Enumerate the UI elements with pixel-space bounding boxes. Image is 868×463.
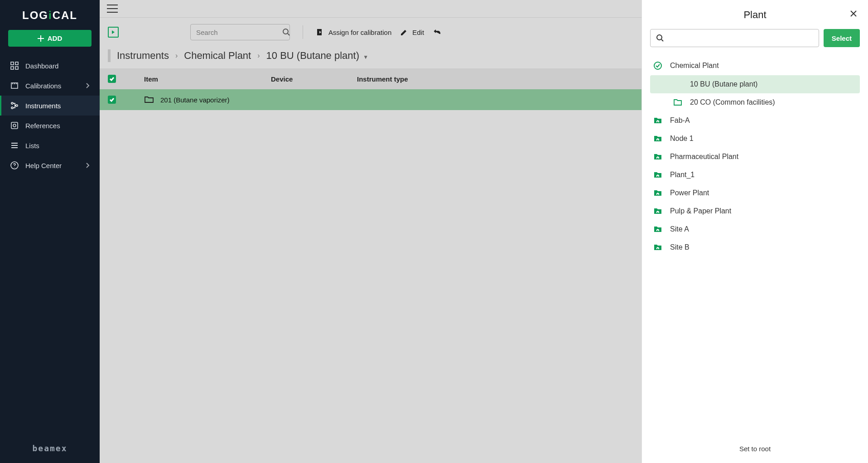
topbar — [100, 0, 641, 18]
tree-item[interactable]: Fab-A — [650, 111, 860, 130]
svg-rect-2 — [11, 67, 14, 69]
folder-icon — [144, 96, 154, 104]
nav-label: Help Center — [25, 162, 62, 169]
home-folder-icon — [653, 117, 663, 124]
svg-point-12 — [657, 35, 662, 40]
row-checkbox[interactable] — [108, 96, 116, 104]
tree-item[interactable]: Plant_1 — [650, 166, 860, 184]
instruments-table: Item Device Instrument type 201 (Butane … — [100, 68, 641, 110]
tree-item-label: Chemical Plant — [670, 62, 719, 70]
tree-item-label: Pulp & Paper Plant — [670, 207, 731, 215]
tree-item-label: Site A — [670, 225, 689, 233]
nav-label: Dashboard — [25, 62, 58, 70]
nav-lists[interactable]: Lists — [0, 135, 100, 155]
tree-item[interactable]: 10 BU (Butane plant) — [650, 75, 860, 93]
plant-panel: Plant Select Chemical Plant10 BU (Butane… — [641, 0, 868, 463]
select-button[interactable]: Select — [824, 29, 860, 47]
home-folder-icon — [653, 244, 663, 251]
breadcrumb-current-label: 10 BU (Butane plant) — [266, 50, 359, 61]
nav-dashboard[interactable]: Dashboard — [0, 56, 100, 76]
tree-item[interactable]: Pulp & Paper Plant — [650, 202, 860, 220]
set-to-root-button[interactable]: Set to root — [739, 445, 771, 453]
toolbar: Assign for calibration Edit — [100, 18, 641, 44]
chevron-right-icon — [86, 163, 90, 168]
nav-references[interactable]: References — [0, 116, 100, 135]
col-type[interactable]: Instrument type — [357, 75, 633, 83]
chevron-right-icon — [86, 83, 90, 88]
tree-item[interactable]: Site A — [650, 220, 860, 238]
caret-down-icon: ▼ — [363, 54, 368, 60]
row-name: 201 (Butane vaporizer) — [160, 96, 230, 104]
close-button[interactable] — [849, 9, 858, 18]
search-input[interactable] — [196, 29, 282, 36]
svg-rect-1 — [15, 62, 18, 65]
svg-point-6 — [11, 107, 13, 109]
search-input-wrapper[interactable] — [190, 24, 290, 40]
nav-calibrations[interactable]: Calibrations — [0, 76, 100, 96]
svg-rect-3 — [15, 67, 18, 69]
home-folder-icon — [653, 171, 663, 178]
tree-item-label: 20 CO (Common facilities) — [690, 98, 775, 106]
table-header: Item Device Instrument type — [100, 68, 641, 89]
nav-help[interactable]: Help Center — [0, 155, 100, 175]
tree-item[interactable]: Node 1 — [650, 130, 860, 148]
search-icon — [282, 28, 290, 36]
breadcrumb-plant[interactable]: Chemical Plant — [184, 50, 251, 62]
col-item[interactable]: Item — [135, 75, 271, 83]
assign-label: Assign for calibration — [328, 29, 391, 36]
references-icon — [10, 121, 19, 130]
add-button-label: ADD — [48, 34, 63, 42]
panel-search-input[interactable] — [664, 34, 813, 42]
svg-rect-8 — [11, 122, 18, 129]
tree-item-label: Fab-A — [670, 116, 690, 125]
main: Assign for calibration Edit Instruments … — [100, 0, 641, 463]
tree-item[interactable]: Site B — [650, 238, 860, 256]
toolbar-separator — [303, 25, 303, 39]
svg-point-9 — [13, 124, 16, 127]
panel-search-wrapper[interactable] — [650, 29, 819, 47]
home-folder-icon — [653, 226, 663, 233]
panel-header: Plant — [642, 0, 868, 26]
panel-footer: Set to root — [642, 437, 868, 463]
help-icon — [10, 161, 19, 169]
svg-point-5 — [11, 102, 13, 104]
select-all-checkbox[interactable] — [108, 75, 116, 83]
check-circle-icon — [653, 61, 663, 70]
tree-item[interactable]: Power Plant — [650, 184, 860, 202]
breadcrumb-sep: › — [257, 52, 260, 60]
logo: LOGiCAL — [0, 0, 100, 30]
nav-label: Calibrations — [25, 82, 61, 90]
assign-calibration-button[interactable]: Assign for calibration — [316, 28, 391, 37]
tree-item[interactable]: 20 CO (Common facilities) — [650, 93, 860, 111]
breadcrumb-bar — [108, 49, 111, 62]
breadcrumb-instruments[interactable]: Instruments — [117, 50, 169, 62]
svg-point-7 — [16, 105, 18, 106]
panel-search-row: Select — [642, 26, 868, 53]
tree-item[interactable]: Pharmaceutical Plant — [650, 148, 860, 166]
breadcrumb-current[interactable]: 10 BU (Butane plant) ▼ — [266, 50, 368, 62]
nav-instruments[interactable]: Instruments — [0, 96, 100, 116]
sidebar: LOGiCAL ADD Dashboard Calibrations Instr… — [0, 0, 100, 463]
folder-outline-icon — [673, 99, 683, 106]
plus-icon — [38, 35, 44, 42]
edit-label: Edit — [412, 29, 424, 36]
nav-label: References — [25, 122, 60, 130]
expand-panel-button[interactable] — [108, 27, 119, 38]
breadcrumb: Instruments › Chemical Plant › 10 BU (Bu… — [100, 44, 641, 68]
hamburger-icon[interactable] — [107, 5, 118, 13]
svg-point-13 — [654, 62, 661, 69]
edit-button[interactable]: Edit — [400, 28, 424, 37]
search-icon — [656, 34, 664, 42]
table-row[interactable]: 201 (Butane vaporizer) — [100, 89, 641, 110]
tree-item-label: Pharmaceutical Plant — [670, 153, 738, 161]
tree-item-label: Node 1 — [670, 135, 694, 143]
calibration-icon — [10, 82, 19, 90]
nav-label: Instruments — [25, 102, 61, 110]
undo-button[interactable] — [432, 28, 441, 37]
tree-item-label: Plant_1 — [670, 171, 694, 179]
add-button[interactable]: ADD — [8, 30, 92, 47]
tree-item-label: 10 BU (Butane plant) — [690, 80, 757, 88]
tree-item[interactable]: Chemical Plant — [650, 56, 860, 75]
col-device[interactable]: Device — [271, 75, 357, 83]
logo-prefix: LOG — [22, 9, 48, 21]
